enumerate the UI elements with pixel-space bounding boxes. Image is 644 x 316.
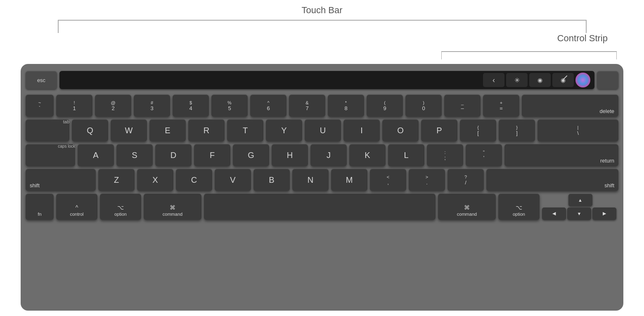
key-comma[interactable]: < , (370, 169, 406, 191)
key-8[interactable]: * 8 (328, 94, 364, 117)
key-f[interactable]: F (194, 144, 230, 166)
key-quote[interactable]: " ' (466, 144, 502, 166)
key-h[interactable]: H (272, 144, 308, 166)
key-v[interactable]: V (215, 169, 251, 191)
key-space[interactable] (204, 193, 436, 220)
key-q[interactable]: Q (72, 119, 108, 141)
key-b[interactable]: B (253, 169, 290, 191)
key-control[interactable]: ^ control (56, 193, 97, 220)
key-c[interactable]: C (176, 169, 212, 191)
key-t[interactable]: T (227, 119, 263, 141)
key-6[interactable]: ^ 6 (250, 94, 286, 117)
key-semicolon[interactable]: : ; (427, 144, 463, 166)
key-r[interactable]: R (188, 119, 225, 141)
zxcv-row: shift Z X C V B N M < , > . ? / shift (26, 169, 618, 191)
key-option-left[interactable]: ⌥ option (100, 193, 141, 220)
arrow-cluster: ▲ ◀ ▼ ▶ (542, 194, 618, 220)
key-m[interactable]: M (331, 169, 367, 191)
key-s[interactable]: S (116, 144, 153, 166)
arrow-down-key[interactable]: ▼ (567, 208, 591, 220)
esc-key[interactable]: esc (26, 71, 57, 89)
key-k[interactable]: K (349, 144, 386, 166)
key-5[interactable]: % 5 (211, 94, 248, 117)
key-0[interactable]: ) 0 (405, 94, 442, 117)
key-command-right[interactable]: ⌘ command (438, 193, 496, 220)
key-4[interactable]: $ 4 (173, 94, 209, 117)
control-strip-title: Control Strip (557, 33, 608, 44)
keyboard-body: esc ‹ ✳ ◉ ◉ ~ ` ! 1 @ 2 # 3 (21, 64, 623, 311)
key-l[interactable]: L (388, 144, 424, 166)
power-key[interactable] (597, 71, 618, 89)
number-row: ~ ` ! 1 @ 2 # 3 $ 4 % 5 ^ 6 & 7 (26, 94, 618, 117)
key-n[interactable]: N (292, 169, 329, 191)
key-3[interactable]: # 3 (134, 94, 170, 117)
key-period[interactable]: > . (409, 169, 445, 191)
qwerty-row: tab Q W E R T Y U I O P { [ } ] | \ (26, 119, 618, 141)
key-command-left[interactable]: ⌘ command (144, 193, 201, 220)
key-7[interactable]: & 7 (289, 94, 325, 117)
key-p[interactable]: P (421, 119, 457, 141)
brightness-btn[interactable]: ✳ (506, 73, 528, 87)
key-caps-lock[interactable]: caps lock (26, 144, 75, 166)
touch-bar-bracket-left (58, 20, 59, 33)
key-o[interactable]: O (382, 119, 419, 141)
bottom-row: fn ^ control ⌥ option ⌘ command ⌘ comman… (26, 193, 618, 220)
key-lbracket[interactable]: { [ (460, 119, 496, 141)
key-z[interactable]: Z (98, 169, 135, 191)
touch-bar-bracket-line (58, 20, 586, 21)
key-return[interactable]: return (504, 144, 618, 166)
key-minus[interactable]: _ – (444, 94, 481, 117)
key-j[interactable]: J (310, 144, 347, 166)
mute-btn[interactable]: ◉ (552, 73, 574, 87)
key-e[interactable]: E (149, 119, 186, 141)
chevron-btn[interactable]: ‹ (483, 73, 504, 87)
touch-bar[interactable]: ‹ ✳ ◉ ◉ (59, 71, 594, 89)
key-slash[interactable]: ? / (447, 169, 484, 191)
key-d[interactable]: D (155, 144, 192, 166)
key-i[interactable]: I (343, 119, 380, 141)
key-w[interactable]: W (111, 119, 147, 141)
control-strip-bracket-left (441, 51, 442, 59)
key-a[interactable]: A (78, 144, 114, 166)
arrow-up-key[interactable]: ▲ (568, 194, 592, 206)
key-y[interactable]: Y (266, 119, 302, 141)
control-strip-bracket-right (616, 51, 617, 59)
key-backslash[interactable]: | \ (537, 119, 618, 141)
key-g[interactable]: G (233, 144, 269, 166)
key-fn[interactable]: fn (26, 193, 54, 220)
arrow-left-key[interactable]: ◀ (542, 208, 566, 220)
key-x[interactable]: X (137, 169, 173, 191)
siri-btn[interactable] (575, 73, 590, 87)
touch-bar-bracket-right (586, 20, 587, 33)
key-shift-left[interactable]: shift (26, 169, 96, 191)
key-9[interactable]: ( 9 (367, 94, 403, 117)
key-shift-right[interactable]: shift (486, 169, 618, 191)
touch-bar-title: Touch Bar (301, 5, 342, 16)
key-2[interactable]: @ 2 (95, 94, 131, 117)
key-tab[interactable]: tab (26, 119, 69, 141)
key-equals[interactable]: + = (483, 94, 519, 117)
key-delete[interactable]: delete (522, 94, 618, 117)
key-u[interactable]: U (305, 119, 341, 141)
arrow-right-key[interactable]: ▶ (592, 208, 616, 220)
control-strip-bracket-top (441, 51, 617, 52)
volume-btn[interactable]: ◉ (529, 73, 551, 87)
key-option-right[interactable]: ⌥ option (498, 193, 540, 220)
key-backtick[interactable]: ~ ` (26, 94, 54, 117)
key-1[interactable]: ! 1 (56, 94, 92, 117)
asdf-row: caps lock A S D F G H J K L : ; " ' retu… (26, 144, 618, 166)
touch-bar-row: esc ‹ ✳ ◉ ◉ (26, 69, 618, 91)
key-rbracket[interactable]: } ] (499, 119, 535, 141)
